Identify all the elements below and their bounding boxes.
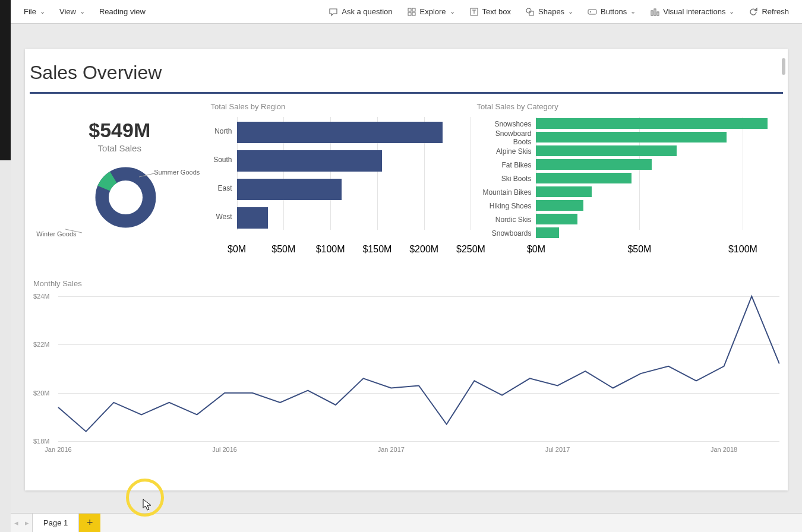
shapes-menu[interactable]: Shapes⌄ [518, 4, 580, 20]
bar-label: Ski Boots [476, 175, 536, 183]
axis-tick: $50M [627, 244, 651, 255]
donut-label-summer: Summer Goods [154, 169, 200, 176]
monthly-chart-title: Monthly Sales [33, 279, 779, 288]
page-tab-1[interactable]: Page 1 [32, 514, 79, 532]
svg-rect-5 [529, 11, 533, 15]
explore-menu[interactable]: Explore⌄ [400, 4, 462, 20]
buttons-menu[interactable]: Buttons⌄ [580, 4, 643, 20]
kpi-label: Total Sales [29, 143, 211, 153]
bar-label: West [211, 213, 237, 221]
add-page-button[interactable]: + [79, 514, 100, 532]
svg-rect-9 [654, 9, 656, 15]
svg-rect-0 [408, 8, 411, 11]
svg-rect-6 [588, 10, 596, 14]
line-chart[interactable] [33, 294, 779, 453]
chevron-down-icon: ⌄ [450, 8, 455, 15]
monthly-chart-card[interactable]: Monthly Sales $18M$20M$22M$24MJan 2016Ju… [25, 268, 788, 453]
next-page-arrow[interactable]: ▸ [21, 518, 32, 527]
file-menu-label: File [24, 7, 36, 16]
bar-label: Alpine Skis [476, 147, 536, 156]
category-bar-row: Snowboards [476, 226, 784, 240]
region-bar-row: West [211, 202, 471, 231]
refresh-icon [749, 7, 758, 17]
bar-fill [536, 159, 652, 170]
buttons-icon [588, 7, 597, 17]
view-menu-label: View [59, 7, 76, 16]
chevron-down-icon: ⌄ [40, 8, 45, 15]
chat-icon [329, 7, 338, 17]
chevron-down-icon: ⌄ [568, 8, 573, 15]
file-menu[interactable]: File⌄ [17, 4, 52, 20]
text-box-button[interactable]: Text box [462, 4, 518, 20]
explore-label: Explore [420, 7, 446, 16]
bar-fill [536, 118, 768, 129]
text-box-label: Text box [482, 7, 511, 16]
bar-label: Hiking Shoes [476, 202, 536, 210]
ask-question-button[interactable]: Ask a question [321, 4, 399, 20]
callout-line [139, 172, 157, 178]
shapes-label: Shapes [538, 7, 564, 16]
svg-rect-1 [412, 8, 415, 11]
region-bar-row: North [211, 117, 471, 145]
category-bar-row: Fat Bikes [476, 158, 784, 172]
chevron-down-icon: ⌄ [729, 8, 734, 15]
bar-label: Snowboards [476, 229, 536, 238]
top-toolbar: File⌄ View⌄ Reading view Ask a question … [11, 0, 802, 24]
category-bar-row: Snowboard Boots [476, 131, 784, 144]
bar-label: South [211, 156, 237, 164]
region-bar-row: South [211, 145, 471, 174]
shapes-icon [525, 7, 535, 17]
bar-label: Mountain Bikes [476, 188, 536, 197]
bar-fill [536, 132, 726, 142]
bar-fill [536, 145, 677, 156]
refresh-button[interactable]: Refresh [741, 4, 796, 20]
svg-rect-8 [651, 11, 653, 15]
category-chart-card[interactable]: Total Sales by Category SnowshoesSnowboa… [476, 102, 784, 268]
svg-line-14 [65, 229, 82, 233]
page-tab-label: Page 1 [43, 518, 68, 527]
region-chart-card[interactable]: Total Sales by Region NorthSouthEastWest… [211, 102, 471, 268]
bar-fill [237, 122, 443, 143]
bar-fill [536, 186, 592, 197]
reading-view-label: Reading view [99, 7, 146, 16]
svg-rect-3 [412, 12, 415, 15]
bar-label: Nordic Skis [476, 216, 536, 224]
bar-label: Fat Bikes [476, 161, 536, 169]
title-divider [30, 92, 783, 94]
category-bar-row: Mountain Bikes [476, 185, 784, 199]
axis-tick: $50M [271, 244, 295, 255]
category-bar-row: Ski Boots [476, 172, 784, 185]
scrollbar-thumb[interactable] [782, 58, 785, 75]
reading-view-button[interactable]: Reading view [92, 4, 153, 20]
kpi-value: $549M [29, 119, 211, 142]
axis-tick: $0M [228, 244, 246, 255]
grid-line [471, 117, 471, 230]
svg-point-7 [590, 11, 591, 12]
svg-line-13 [139, 173, 157, 177]
svg-rect-2 [408, 12, 411, 15]
chevron-down-icon: ⌄ [80, 8, 85, 15]
axis-tick: $0M [527, 244, 545, 255]
bar-fill [536, 227, 558, 238]
textbox-icon [469, 7, 479, 17]
visual-interactions-menu[interactable]: Visual interactions⌄ [643, 4, 741, 20]
bar-label: Snowboard Boots [476, 129, 536, 146]
bar-fill [237, 179, 342, 200]
prev-page-arrow[interactable]: ◂ [11, 518, 21, 527]
bar-fill [536, 200, 583, 211]
interactions-icon [650, 7, 659, 17]
view-menu[interactable]: View⌄ [52, 4, 92, 20]
axis-tick: $100M [316, 244, 345, 255]
axis-tick: $150M [362, 244, 391, 255]
axis-tick: $200M [409, 244, 438, 255]
bar-fill [536, 173, 631, 183]
svg-rect-10 [657, 12, 659, 15]
bar-label: East [211, 184, 237, 192]
category-bar-row: Nordic Skis [476, 213, 784, 226]
axis-tick: $100M [728, 244, 757, 255]
bar-label: North [211, 127, 237, 135]
visual-interactions-label: Visual interactions [663, 7, 725, 16]
buttons-label: Buttons [601, 7, 627, 16]
category-bar-row: Hiking Shoes [476, 199, 784, 213]
kpi-card[interactable]: $549M Total Sales Summer Goods Winter Go… [29, 102, 211, 268]
